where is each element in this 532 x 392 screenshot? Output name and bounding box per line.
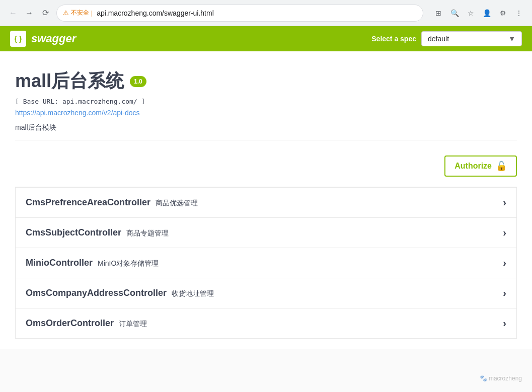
chevron-down-icon: ▼ bbox=[508, 35, 515, 43]
section-name: CmsSubjectController bbox=[26, 227, 121, 238]
section-title-area: OmsOrderController 订单管理 bbox=[26, 318, 147, 329]
chevron-right-icon: › bbox=[503, 287, 506, 299]
translate-button[interactable]: ⊞ bbox=[431, 6, 445, 20]
api-docs-link[interactable]: https://api.macrozheng.com/v2/api-docs bbox=[15, 109, 139, 117]
refresh-button[interactable]: ⟳ bbox=[38, 6, 52, 20]
api-section: OmsOrderController 订单管理 › bbox=[15, 308, 517, 339]
minio-section-header[interactable]: MinioController MinIO对象存储管理 › bbox=[16, 248, 516, 278]
browser-chrome: ← → ⟳ ⚠ 不安全 | api.macrozheng.com/swagger… bbox=[0, 0, 532, 26]
spec-selector: Select a spec default ▼ bbox=[371, 31, 522, 46]
section-desc: 订单管理 bbox=[119, 320, 147, 329]
bookmark-button[interactable]: ☆ bbox=[464, 6, 478, 20]
swagger-title: swagger bbox=[31, 32, 76, 45]
watermark: 🐾 macrozheng bbox=[480, 375, 522, 382]
section-name: CmsPrefrenceAreaController bbox=[26, 197, 150, 208]
menu-button[interactable]: ⋮ bbox=[512, 6, 526, 20]
section-desc: 商品优选管理 bbox=[156, 199, 198, 208]
section-title-area: CmsSubjectController 商品专题管理 bbox=[26, 227, 169, 238]
spec-dropdown-value: default bbox=[428, 35, 449, 43]
chevron-right-icon: › bbox=[503, 257, 506, 269]
api-info: mall后台系统 1.0 [ Base URL: api.macrozheng.… bbox=[15, 61, 517, 140]
chevron-right-icon: › bbox=[503, 318, 506, 329]
section-name: OmsCompanyAddressController bbox=[26, 288, 167, 298]
address-bar[interactable]: ⚠ 不安全 | api.macrozheng.com/swagger-ui.ht… bbox=[56, 5, 423, 22]
spec-label: Select a spec bbox=[371, 35, 416, 43]
authorize-button-label: Authorize bbox=[454, 162, 492, 171]
section-name: OmsOrderController bbox=[26, 318, 114, 329]
authorize-section: Authorize 🔓 bbox=[15, 145, 517, 187]
main-content: mall后台系统 1.0 [ Base URL: api.macrozheng.… bbox=[0, 51, 532, 349]
profile-button[interactable]: 👤 bbox=[480, 6, 494, 20]
api-section: MinioController MinIO对象存储管理 › bbox=[15, 248, 517, 278]
warning-icon: ⚠ bbox=[63, 9, 69, 17]
version-badge: 1.0 bbox=[130, 76, 146, 87]
cms-subject-section-header[interactable]: CmsSubjectController 商品专题管理 › bbox=[16, 218, 516, 248]
back-button[interactable]: ← bbox=[6, 6, 20, 20]
swagger-header: { } swagger Select a spec default ▼ bbox=[0, 26, 532, 51]
swagger-brand: { } swagger bbox=[10, 31, 76, 47]
nav-buttons: ← → ⟳ bbox=[6, 6, 52, 20]
url-text[interactable]: api.macrozheng.com/swagger-ui.html bbox=[97, 9, 417, 17]
api-section: OmsCompanyAddressController 收货地址管理 › bbox=[15, 278, 517, 308]
api-section: CmsSubjectController 商品专题管理 › bbox=[15, 218, 517, 248]
api-sections: CmsPrefrenceAreaController 商品优选管理 › CmsS… bbox=[15, 187, 517, 339]
section-title-area: OmsCompanyAddressController 收货地址管理 bbox=[26, 288, 214, 298]
section-title-area: CmsPrefrenceAreaController 商品优选管理 bbox=[26, 197, 198, 208]
chevron-right-icon: › bbox=[503, 197, 506, 208]
swagger-logo-icon: { } bbox=[15, 35, 22, 43]
forward-button[interactable]: → bbox=[22, 6, 36, 20]
api-title: mall后台系统 bbox=[15, 69, 124, 94]
api-description: mall后台模块 bbox=[15, 123, 517, 132]
spec-dropdown[interactable]: default ▼ bbox=[421, 31, 522, 46]
section-desc: MinIO对象存储管理 bbox=[98, 259, 159, 268]
oms-order-section-header[interactable]: OmsOrderController 订单管理 › bbox=[16, 308, 516, 338]
section-name: MinioController bbox=[26, 258, 93, 268]
api-title-row: mall后台系统 1.0 bbox=[15, 69, 517, 94]
extension-button[interactable]: ⚙ bbox=[496, 6, 510, 20]
browser-actions: ⊞ 🔍 ☆ 👤 ⚙ ⋮ bbox=[431, 6, 526, 20]
api-section: CmsPrefrenceAreaController 商品优选管理 › bbox=[15, 187, 517, 218]
section-title-area: MinioController MinIO对象存储管理 bbox=[26, 258, 159, 268]
swagger-logo: { } bbox=[10, 31, 26, 47]
chevron-right-icon: › bbox=[503, 227, 506, 239]
cms-preference-section-header[interactable]: CmsPrefrenceAreaController 商品优选管理 › bbox=[16, 188, 516, 217]
search-button[interactable]: 🔍 bbox=[447, 6, 462, 20]
authorize-button[interactable]: Authorize 🔓 bbox=[444, 155, 517, 177]
section-desc: 收货地址管理 bbox=[172, 289, 214, 298]
security-warning-text: 不安全 bbox=[71, 9, 89, 17]
section-desc: 商品专题管理 bbox=[126, 229, 169, 238]
oms-company-section-header[interactable]: OmsCompanyAddressController 收货地址管理 › bbox=[16, 278, 516, 308]
lock-icon: 🔓 bbox=[496, 161, 507, 172]
security-warning: ⚠ 不安全 | bbox=[63, 9, 93, 17]
base-url: [ Base URL: api.macrozheng.com/ ] bbox=[15, 98, 517, 105]
